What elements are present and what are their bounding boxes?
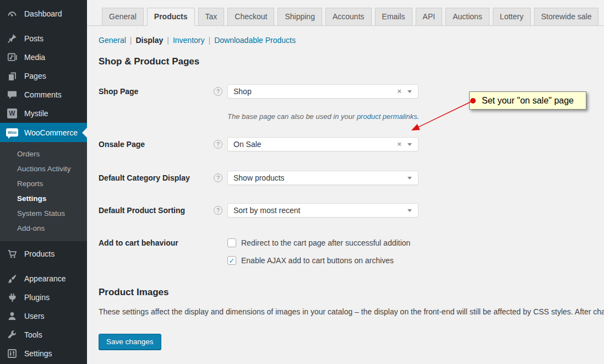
clear-icon[interactable]: ×	[397, 138, 401, 151]
cart-icon	[7, 248, 18, 259]
checkbox-redirect-to-cart[interactable]: ✓ Redirect to the cart page after succes…	[227, 238, 410, 247]
checkbox-label: Enable AJAX add to cart buttons on archi…	[241, 256, 394, 265]
default-product-sorting-label: Default Product Sorting	[99, 206, 214, 215]
sidebar-item-label: Mystile	[24, 109, 48, 118]
comment-icon	[7, 89, 18, 100]
subnav-downloadable-products[interactable]: Downloadable Products	[214, 36, 296, 45]
sidebar-item-label: Media	[24, 53, 45, 62]
checkbox-label: Redirect to the cart page after successf…	[241, 238, 410, 247]
tab-shipping[interactable]: Shipping	[277, 8, 322, 26]
tab-api[interactable]: API	[416, 8, 443, 26]
subnav-separator: |	[209, 36, 211, 45]
form-row-default-product-sorting: Default Product Sorting ? Sort by most r…	[99, 203, 604, 218]
annotation-text: Set your "on sale" page	[482, 96, 574, 106]
sidebar-item-label: Products	[24, 249, 55, 258]
checkbox-enable-ajax[interactable]: ✓ Enable AJAX add to cart buttons on arc…	[227, 256, 410, 265]
sidebar-item-label: Pages	[24, 72, 46, 80]
user-icon	[7, 311, 18, 322]
default-product-sorting-select[interactable]: Sort by most recent	[227, 203, 418, 218]
onsale-page-value: On Sale	[233, 140, 262, 149]
onsale-page-label: Onsale Page	[99, 140, 214, 149]
sidebar-item-settings[interactable]: Settings	[0, 344, 87, 363]
help-icon[interactable]: ?	[214, 206, 222, 215]
menu-separator	[0, 23, 87, 29]
shop-page-value: Shop	[233, 87, 252, 96]
subnav-display[interactable]: Display	[135, 36, 163, 45]
subnav-general[interactable]: General	[99, 36, 126, 45]
sidebar-item-plugins[interactable]: Plugins	[0, 288, 87, 307]
sidebar-item-label: Users	[24, 312, 45, 320]
wrench-icon	[7, 329, 18, 340]
default-category-display-value: Show products	[233, 173, 285, 182]
sidebar-item-dashboard[interactable]: Dashboard	[0, 4, 87, 23]
sidebar-item-label: Plugins	[24, 293, 50, 302]
sidebar-item-mystile[interactable]: W Mystile	[0, 104, 87, 123]
section-title-product-images: Product Images	[99, 287, 604, 298]
pushpin-icon	[7, 33, 18, 44]
dropdown-caret-icon[interactable]	[407, 209, 412, 212]
submenu-item-auctions-activity[interactable]: Auctions Activity	[0, 161, 87, 176]
tab-products[interactable]: Products	[147, 8, 195, 26]
clear-icon[interactable]: ×	[397, 85, 401, 98]
annotation-callout: Set your "on sale" page	[469, 91, 586, 110]
sidebar-item-media[interactable]: Media	[0, 48, 87, 67]
sidebar-item-label: Tools	[24, 330, 42, 339]
sidebar-item-label: Posts	[24, 34, 43, 43]
settings-content: General Products Tax Checkout Shipping A…	[87, 0, 604, 364]
default-product-sorting-value: Sort by most recent	[233, 206, 300, 215]
woocommerce-icon: Woo	[7, 127, 18, 138]
admin-sidebar: Dashboard Posts Media Pages Comments W M…	[0, 0, 87, 364]
dropdown-caret-icon[interactable]	[407, 177, 412, 180]
help-icon[interactable]: ?	[214, 140, 222, 149]
help-icon[interactable]: ?	[214, 87, 222, 96]
tab-lottery[interactable]: Lottery	[493, 8, 531, 26]
dropdown-caret-icon[interactable]	[407, 90, 412, 93]
subnav-inventory[interactable]: Inventory	[173, 36, 205, 45]
note-text: The base page can also be used in your	[227, 112, 357, 121]
sidebar-item-appearance[interactable]: Appearance	[0, 269, 87, 288]
onsale-page-select[interactable]: On Sale ×	[227, 137, 418, 151]
section-title-shop-product-pages: Shop & Product Pages	[99, 56, 604, 67]
tab-checkout[interactable]: Checkout	[227, 8, 274, 26]
add-to-cart-options: ✓ Redirect to the cart page after succes…	[227, 238, 410, 265]
tab-emails[interactable]: Emails	[375, 8, 412, 26]
annotation-arrow-icon	[405, 94, 479, 138]
submenu-item-reports[interactable]: Reports	[0, 176, 87, 191]
media-icon	[7, 52, 18, 63]
dropdown-caret-icon[interactable]	[407, 143, 412, 146]
sidebar-item-products[interactable]: Products	[0, 245, 87, 263]
menu-separator	[0, 263, 87, 269]
dashboard-icon	[7, 8, 18, 19]
sidebar-item-woocommerce[interactable]: Woo WooCommerce	[0, 123, 87, 142]
sidebar-item-pages[interactable]: Pages	[0, 67, 87, 85]
sidebar-item-posts[interactable]: Posts	[0, 29, 87, 48]
tab-accounts[interactable]: Accounts	[325, 8, 372, 26]
checkbox-icon[interactable]: ✓	[227, 256, 236, 265]
settings-tab-bar: General Products Tax Checkout Shipping A…	[87, 0, 604, 26]
form-row-add-to-cart: Add to cart behaviour ✓ Redirect to the …	[99, 238, 604, 265]
plug-icon	[7, 292, 18, 303]
submenu-item-system-status[interactable]: System Status	[0, 206, 87, 221]
sidebar-item-label: WooCommerce	[24, 128, 78, 137]
subnav-separator: |	[130, 36, 132, 45]
tab-storewide-sale[interactable]: Storewide sale	[534, 8, 599, 26]
sidebar-item-comments[interactable]: Comments	[0, 85, 87, 104]
sliders-icon	[7, 348, 18, 359]
tab-tax[interactable]: Tax	[198, 8, 225, 26]
help-icon[interactable]: ?	[214, 173, 222, 182]
sidebar-item-users[interactable]: Users	[0, 307, 87, 325]
save-changes-button[interactable]: Save changes	[99, 334, 161, 350]
checkbox-icon[interactable]: ✓	[227, 238, 236, 247]
submenu-item-settings[interactable]: Settings	[0, 191, 87, 206]
shop-page-label: Shop Page	[99, 87, 214, 96]
tab-general[interactable]: General	[102, 8, 144, 26]
products-subnav: General|Display|Inventory|Downloadable P…	[87, 26, 604, 45]
tab-auctions[interactable]: Auctions	[445, 8, 489, 26]
sidebar-item-tools[interactable]: Tools	[0, 325, 87, 344]
subnav-separator: |	[167, 36, 169, 45]
submenu-item-addons[interactable]: Add-ons	[0, 221, 87, 236]
default-category-display-select[interactable]: Show products	[227, 171, 418, 185]
form-row-default-category-display: Default Category Display ? Show products	[99, 171, 604, 185]
submenu-item-orders[interactable]: Orders	[0, 146, 87, 161]
shop-page-select[interactable]: Shop ×	[227, 84, 418, 99]
